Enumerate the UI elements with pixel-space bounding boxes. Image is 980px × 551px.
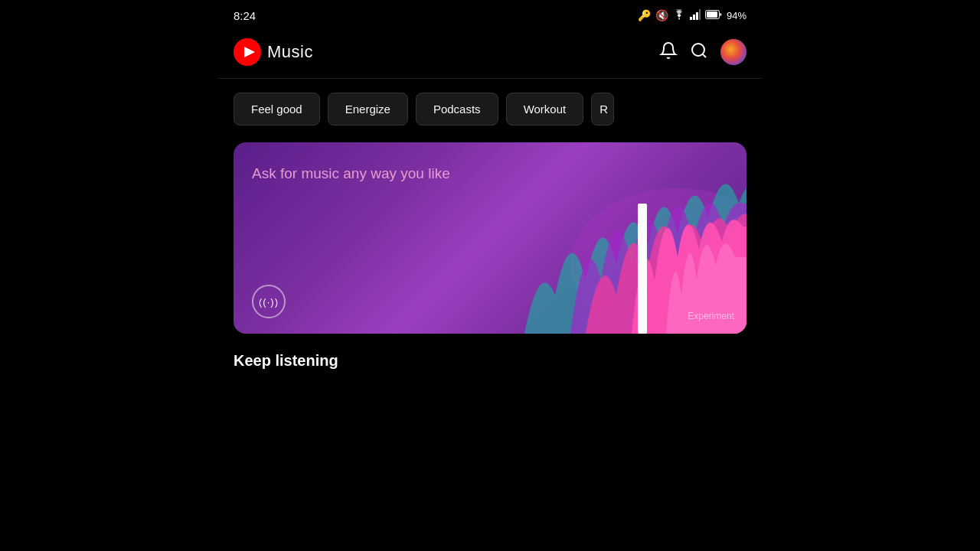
status-time: 8:24: [234, 9, 256, 22]
svg-rect-11: [638, 204, 647, 334]
yt-music-logo: [234, 38, 261, 66]
battery-level: 94%: [727, 10, 746, 21]
notification-icon[interactable]: [659, 41, 678, 63]
left-padding: [0, 0, 203, 551]
chip-feel-good[interactable]: Feel good: [234, 93, 320, 126]
voice-button[interactable]: ((·)): [252, 285, 286, 318]
logo-section: Music: [234, 38, 313, 66]
svg-rect-5: [707, 11, 717, 18]
status-bar: 8:24 🔑 🔇: [218, 0, 762, 31]
ask-music-card[interactable]: Ask for music any way you like: [234, 142, 746, 334]
search-icon[interactable]: [690, 41, 708, 63]
chip-workout[interactable]: Workout: [506, 93, 584, 126]
svg-rect-0: [690, 17, 692, 20]
battery-icon: [705, 9, 722, 21]
right-padding: [777, 0, 980, 551]
user-avatar[interactable]: [720, 39, 746, 65]
phone-screen: 8:24 🔑 🔇: [218, 0, 762, 551]
experiment-label: Experiment: [688, 311, 734, 321]
header-actions: [659, 39, 746, 65]
app-title: Music: [267, 42, 313, 62]
svg-rect-2: [696, 12, 698, 20]
signal-icon: [690, 9, 701, 22]
key-icon: 🔑: [638, 9, 651, 21]
waveform-visualization: [524, 142, 746, 334]
mute-icon: 🔇: [655, 9, 668, 21]
ask-card-text: Ask for music any way you like: [252, 164, 514, 184]
chip-partial[interactable]: R: [591, 93, 614, 126]
keep-listening-section: Keep listening: [218, 349, 762, 377]
svg-rect-3: [699, 9, 701, 20]
keep-listening-title: Keep listening: [234, 352, 746, 370]
wifi-icon: [673, 9, 685, 22]
category-chips: Feel good Energize Podcasts Workout R: [218, 79, 762, 139]
status-icons: 🔑 🔇: [638, 9, 746, 22]
svg-rect-1: [693, 15, 695, 20]
svg-line-9: [703, 54, 706, 57]
app-header: Music: [218, 31, 762, 78]
chip-podcasts[interactable]: Podcasts: [416, 93, 498, 126]
svg-point-8: [692, 44, 704, 56]
chip-energize[interactable]: Energize: [328, 93, 408, 126]
